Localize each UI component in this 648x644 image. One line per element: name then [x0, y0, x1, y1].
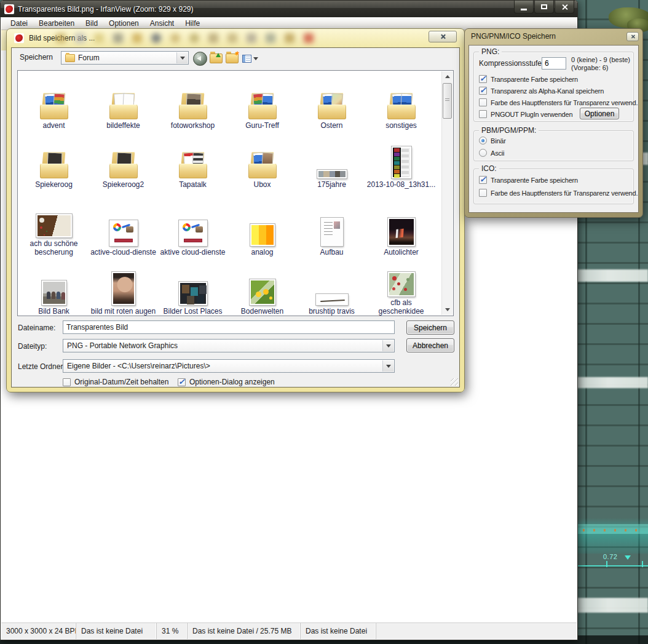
back-button[interactable] — [192, 51, 207, 66]
file-item[interactable]: cfb als geschenkidee — [366, 258, 436, 316]
scrollbar-thumb[interactable] — [443, 83, 452, 119]
save-dialog-close-button[interactable] — [429, 31, 457, 42]
file-item[interactable]: Ostern — [297, 73, 366, 131]
file-item[interactable]: bildeffekte — [89, 73, 158, 131]
image-thumbnail — [109, 220, 138, 246]
pngout-plugin-checkbox[interactable]: PNGOUT PlugIn verwenden — [479, 110, 572, 118]
image-thumbnail — [316, 294, 348, 305]
save-dialog-titlebar[interactable]: Bild speichern als ... — [7, 29, 464, 47]
location-label: Speichern — [20, 53, 53, 62]
combo-arrow[interactable] — [382, 360, 393, 372]
file-label: bildeffekte — [106, 121, 140, 130]
pngout-options-button[interactable]: Optionen — [580, 108, 619, 119]
png-dialog-title[interactable]: PNG/PNM/ICO Speichern — [471, 32, 556, 41]
combo-arrow[interactable] — [176, 52, 188, 63]
scroll-down-button[interactable] — [442, 304, 452, 315]
image-thumbnail — [112, 272, 135, 305]
back-arrow-icon — [193, 52, 207, 66]
up-one-level-button[interactable] — [208, 51, 223, 66]
scroll-up-button[interactable] — [442, 71, 452, 82]
png-transparent-checkbox[interactable]: Transparente Farbe speichern — [479, 75, 578, 83]
close-button[interactable] — [555, 1, 574, 14]
close-icon — [440, 34, 446, 39]
file-item[interactable]: ach du schöne bescherung — [19, 190, 89, 258]
file-label: Bilder Lost Places — [163, 307, 222, 316]
file-item[interactable]: Bild Bank — [19, 258, 89, 316]
checkbox-icon — [479, 189, 487, 197]
file-label: Bild Bank — [38, 307, 69, 316]
window-title: Transparentes Bild.png - IrfanView (Zoom… — [18, 5, 193, 14]
ico-mainwindow-color-checkbox[interactable]: Farbe des Hauptfensters für Transparenz … — [479, 189, 638, 197]
menu-ansicht[interactable]: Ansicht — [144, 18, 180, 29]
ico-group-label: ICO: — [479, 164, 499, 173]
minimize-icon — [521, 9, 527, 10]
background-light-streak — [577, 598, 648, 613]
ico-transparent-checkbox[interactable]: Transparente Farbe speichern — [479, 176, 578, 184]
file-item[interactable]: brushtip travis — [297, 258, 366, 316]
checkbox-label: Farbe des Hauptfensters für Transparenz … — [491, 189, 638, 197]
file-item[interactable]: Ubox — [227, 131, 297, 190]
file-item[interactable]: Bilder Lost Places — [158, 258, 227, 316]
filename-input[interactable] — [63, 320, 395, 334]
png-dialog-body: PNG: Kompressionsstufe: 0 (keine) - 9 (b… — [468, 45, 639, 213]
file-item[interactable]: Spiekeroog — [19, 131, 89, 190]
file-item[interactable]: Tapatalk — [158, 131, 227, 190]
checkbox-label: Farbe des Hauptfensters für Transparenz … — [491, 99, 638, 106]
filetype-combobox[interactable]: PNG - Portable Network Graphics — [63, 339, 395, 352]
png-alpha-checkbox[interactable]: Transparenz als Alpha-Kanal speichern — [479, 87, 604, 95]
compression-input[interactable] — [542, 57, 566, 70]
file-item[interactable]: active-cloud-dienste — [89, 190, 158, 258]
chevron-down-icon — [253, 57, 258, 60]
file-label: brushtip travis — [309, 307, 355, 316]
ico-group: ICO: Transparente Farbe speichern Farbe … — [473, 169, 634, 204]
file-item[interactable]: Spiekeroog2 — [89, 131, 158, 190]
resize-grip[interactable] — [451, 378, 458, 386]
png-dialog-close-button[interactable] — [626, 32, 639, 41]
file-item[interactable]: analog — [227, 190, 297, 258]
combo-arrow[interactable] — [382, 340, 393, 351]
view-menu-button[interactable] — [240, 51, 260, 66]
show-options-checkbox[interactable]: Optionen-Dialog anzeigen — [178, 378, 275, 386]
location-combobox[interactable]: Forum — [61, 51, 189, 65]
checkbox-label: Transparente Farbe speichern — [491, 177, 578, 184]
file-item[interactable]: 175jahre — [297, 131, 366, 190]
window-titlebar[interactable]: Transparentes Bild.png - IrfanView (Zoom… — [1, 1, 577, 17]
checkbox-icon — [479, 110, 487, 118]
file-item[interactable]: Bodenwelten — [227, 258, 297, 316]
file-item[interactable]: fotoworkshop — [158, 73, 227, 131]
menu-bearbeiten[interactable]: Bearbeiten — [33, 18, 80, 29]
status-file-size: Das ist keine Datei / 25.75 MB — [188, 623, 301, 639]
file-item[interactable]: Autolichter — [366, 190, 436, 258]
file-item[interactable]: 2013-10-08_13h31... — [366, 131, 436, 190]
file-item[interactable]: bild mit roten augen — [89, 258, 158, 316]
minimize-button[interactable] — [514, 1, 534, 14]
ascii-radio[interactable]: Ascii — [479, 149, 504, 157]
save-button[interactable]: Speichern — [406, 320, 454, 335]
keep-date-checkbox[interactable]: Original-Datum/Zeit behalten — [63, 378, 168, 386]
menu-datei[interactable]: Datei — [5, 18, 33, 29]
checkbox-label: Transparenz als Alpha-Kanal speichern — [491, 87, 604, 95]
maximize-button[interactable] — [534, 1, 554, 14]
png-mainwindow-color-checkbox[interactable]: Farbe des Hauptfensters für Transparenz … — [479, 98, 638, 106]
file-item[interactable]: Guru-Treff — [227, 73, 297, 131]
new-folder-button[interactable] — [224, 51, 239, 66]
new-folder-icon — [226, 54, 239, 63]
menu-optionen[interactable]: Optionen — [103, 18, 144, 29]
file-list[interactable]: advent bildeffekte fotoworkshop Guru-Tre… — [17, 70, 454, 316]
file-label: Guru-Treff — [245, 121, 279, 130]
file-item[interactable]: advent — [19, 73, 89, 131]
checkbox-icon — [479, 98, 487, 106]
checkbox-icon — [479, 87, 487, 95]
menu-bild[interactable]: Bild — [80, 18, 103, 29]
view-grid-icon — [242, 55, 251, 63]
binary-radio[interactable]: Binär — [479, 137, 506, 145]
status-dimensions: 3000 x 3000 x 24 BPP — [1, 623, 76, 639]
file-list-scrollbar[interactable] — [441, 71, 452, 315]
cancel-button[interactable]: Abbrechen — [406, 338, 454, 352]
file-item[interactable]: sonstiges — [366, 73, 436, 131]
irfanview-app-icon — [4, 4, 14, 14]
file-item[interactable]: aktive cloud-dienste — [158, 190, 227, 258]
file-item[interactable]: Aufbau — [297, 190, 366, 258]
menu-hilfe[interactable]: Hilfe — [180, 18, 205, 29]
lastfolder-combobox[interactable]: Eigene Bilder - <C:\Users\reinarz\Pictur… — [63, 359, 395, 373]
